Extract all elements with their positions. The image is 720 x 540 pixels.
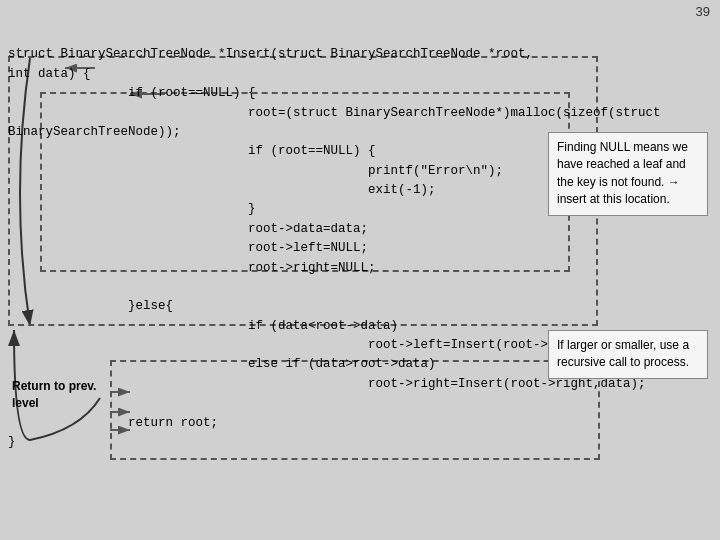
code-close: }: [8, 435, 16, 449]
code-inner-5: exit(-1);: [188, 183, 436, 197]
code-else-2: if (data<root->data): [128, 319, 398, 333]
return-label: Return to prev.level: [12, 378, 96, 412]
tooltip-recursive: If larger or smaller, use a recursive ca…: [548, 330, 708, 379]
slide-number: 39: [696, 4, 710, 19]
code-inner-2: BinarySearchTreeNode));: [8, 125, 181, 139]
code-else-4: else if (data>root->data): [128, 357, 436, 371]
code-inner-6: }: [128, 202, 256, 216]
code-inner-3: if (root==NULL) {: [128, 144, 376, 158]
code-line-3: if (root==NULL) {: [68, 86, 256, 100]
code-else-1: }else{: [68, 299, 173, 313]
code-inner-8: root->left=NULL;: [128, 241, 368, 255]
tooltip-null-text: Finding NULL means we have reached a lea…: [557, 140, 688, 206]
code-else-5: root->right=Insert(root->right,data);: [188, 377, 646, 391]
code-inner-7: root->data=data;: [128, 222, 368, 236]
code-inner-4: printf("Error\n");: [188, 164, 503, 178]
code-line-1: struct BinarySearchTreeNode *Insert(stru…: [8, 47, 533, 61]
code-inner-9: root->right=NULL;: [128, 261, 376, 275]
code-inner-1: root=(struct BinarySearchTreeNode*)mallo…: [128, 106, 661, 120]
tooltip-null: Finding NULL means we have reached a lea…: [548, 132, 708, 216]
code-block: struct BinarySearchTreeNode *Insert(stru…: [8, 26, 712, 452]
code-line-2: int data) {: [8, 67, 91, 81]
return-label-text: Return to prev.level: [12, 379, 96, 410]
main-content: struct BinarySearchTreeNode *Insert(stru…: [0, 20, 720, 540]
code-return: return root;: [68, 416, 218, 430]
tooltip-recursive-text: If larger or smaller, use a recursive ca…: [557, 338, 689, 369]
